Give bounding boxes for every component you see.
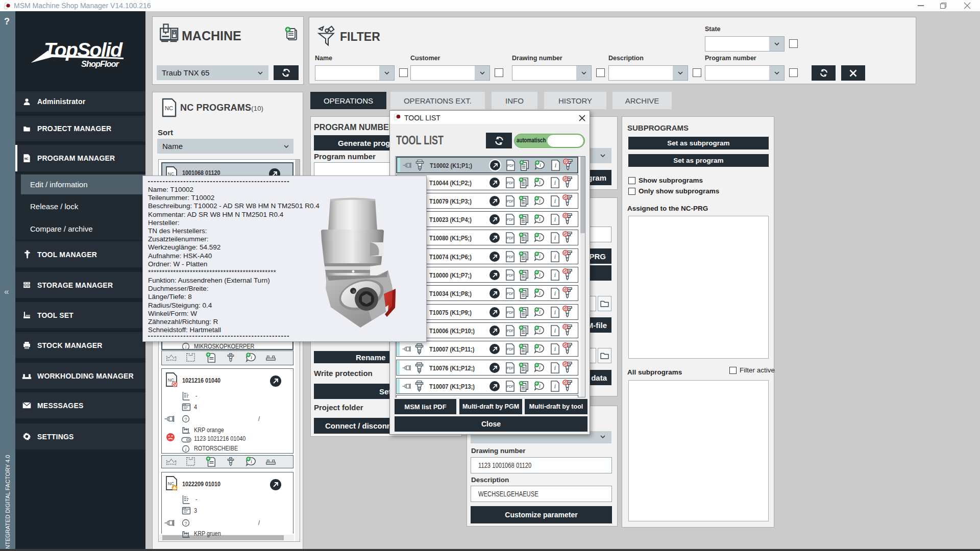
svg-text:i: i [185, 344, 187, 349]
svg-text:TopSolid: TopSolid [44, 39, 123, 61]
svg-text:NC: NC [165, 105, 173, 111]
svg-text:ShopFloor: ShopFloor [81, 59, 120, 68]
